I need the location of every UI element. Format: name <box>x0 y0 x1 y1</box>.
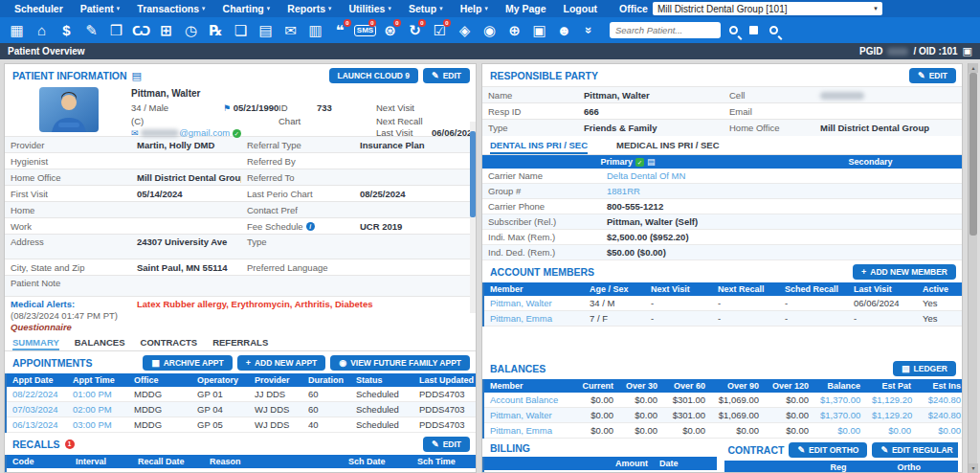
add-new-appt-button[interactable]: +ADD NEW APPT <box>237 355 326 371</box>
patient-dob: ⚑ 05/21/1990 <box>223 102 278 113</box>
appointment-row[interactable]: 07/03/202402:00 PMMDDGGP 04WJ DDS60Sched… <box>6 402 477 417</box>
scrollbar-thumb[interactable] <box>969 73 977 236</box>
scroll-down-arrow[interactable]: ▾ <box>969 463 978 473</box>
print-icon[interactable]: ▣ <box>963 45 972 57</box>
notes-icon[interactable]: ❏ <box>229 19 253 41</box>
patient-photo[interactable] <box>39 87 99 132</box>
collapse-toolbar-icon[interactable]: » <box>577 19 601 41</box>
panel-scrollbar[interactable] <box>470 122 476 313</box>
menu-item-patient[interactable]: Patient▾ <box>72 3 129 14</box>
mail-icon[interactable]: ✉ <box>278 19 302 41</box>
billing-title: BILLING <box>490 442 530 454</box>
table-row: WorkFee ScheduleiUCR 2019 <box>5 218 477 235</box>
search-patient-input[interactable] <box>610 22 721 38</box>
archive-appt-button[interactable]: ▦ARCHIVE APPT <box>143 355 233 371</box>
search-option-checkbox[interactable] <box>749 26 758 34</box>
pencil-icon: ✎ <box>797 445 805 455</box>
tab-referrals[interactable]: REFERRALS <box>212 337 268 350</box>
search-patient-button[interactable] <box>722 19 746 41</box>
patient-activity-icon[interactable]: ◷ <box>179 19 203 41</box>
prescriptions-icon[interactable]: ℞ <box>204 19 228 41</box>
chevron-down-icon: ▾ <box>484 5 488 12</box>
tab-dental-ins[interactable]: DENTAL INS PRI / SEC <box>490 140 588 154</box>
appointment-row[interactable]: 06/13/202403:00 PMMDDGGP 05WJ DDS40Sched… <box>6 417 477 433</box>
recalls-table: CodeIntervalRecall DateReasonSch DateSch… <box>5 455 477 473</box>
payment-shield-icon[interactable]: ◉ <box>478 19 501 41</box>
perio-chart-icon[interactable]: Ѡ <box>129 19 153 41</box>
ledger-button[interactable]: ▤LEDGER <box>893 361 956 376</box>
add-new-member-button[interactable]: +ADD NEW MEMBER <box>853 264 956 280</box>
edit-responsible-party-button[interactable]: ✎EDIT <box>909 68 956 83</box>
messages-icon[interactable]: ❝0 <box>328 19 352 41</box>
payments-icon[interactable]: $ <box>55 19 78 41</box>
web-claims-icon[interactable]: ⊕ <box>502 19 526 41</box>
table-header-row: Primary✓▤ Secondary <box>482 155 963 169</box>
plus-icon: + <box>861 267 866 277</box>
edit-regular-button[interactable]: ✎EDIT REGULAR <box>872 442 958 458</box>
menu-item-charting[interactable]: Charting▾ <box>214 3 279 14</box>
advanced-patient-search-button[interactable] <box>762 19 786 41</box>
table-row: TypeFriends & FamilyHome OfficeMill Dist… <box>482 120 963 136</box>
table-header-row: CodeIntervalRecall DateReasonSch DateSch… <box>6 455 477 468</box>
menu-item-transactions[interactable]: Transactions▾ <box>128 3 213 14</box>
edit-recalls-button[interactable]: ✎EDIT <box>423 437 470 452</box>
vertical-scrollbar[interactable]: ▴ ▾ <box>968 63 977 473</box>
balance-row[interactable]: Pittman, Walter$0.00$0.00$301.00$1,069.0… <box>483 407 963 422</box>
treatment-plan-icon[interactable]: ✎ <box>79 19 103 41</box>
main-content: PATIENT INFORMATION ▤ LAUNCH CLOUD 9 ✎ED… <box>0 59 980 473</box>
tab-contracts[interactable]: CONTRACTS <box>141 337 198 350</box>
office-select[interactable]: Mill District Dental Group [101] ▾ <box>653 2 882 15</box>
table-header-row: Appt DateAppt TimeOfficeOperatoryProvide… <box>6 373 477 387</box>
patient-phone: (C) <box>131 116 144 126</box>
tab-balances[interactable]: BALANCES <box>75 337 125 350</box>
patient-details-table: ProviderMartin, Holly DMDReferral TypeIn… <box>5 136 477 334</box>
schedule-icon[interactable]: ▦ <box>5 19 29 41</box>
redacted-email-user <box>141 129 179 137</box>
tab-summary[interactable]: SUMMARY <box>12 337 59 350</box>
family-icon[interactable]: ☻ <box>552 19 576 41</box>
menu-item-utilities[interactable]: Utilities▾ <box>341 3 400 14</box>
tx-history-icon[interactable]: ⊞ <box>154 19 178 41</box>
menu-item-reports[interactable]: Reports▾ <box>278 3 340 14</box>
eligibility-icon[interactable]: ☑0 <box>428 19 452 41</box>
menu-item-logout[interactable]: Logout <box>555 3 607 14</box>
appointment-row[interactable]: 08/22/202401:00 PMMDDGGP 01JJ DDS60Sched… <box>6 387 477 402</box>
info-icon[interactable]: i <box>306 222 315 231</box>
scroll-up-arrow[interactable]: ▴ <box>969 63 978 73</box>
tab-medical-ins[interactable]: MEDICAL INS PRI / SEC <box>616 140 720 154</box>
home-icon[interactable]: ⌂ <box>30 19 54 41</box>
menu-item-scheduler[interactable]: Scheduler <box>6 3 72 14</box>
claims-shield-icon[interactable]: ◈ <box>453 19 477 41</box>
menu-item-my-page[interactable]: My Page <box>497 3 555 14</box>
scrollbar-thumb[interactable] <box>470 131 476 217</box>
member-row[interactable]: Pittman, Walter34 / M---06/06/2024Yes <box>483 296 963 311</box>
patient-email[interactable]: ✉ @gmail.com ✓ <box>131 127 241 138</box>
billing-section: BILLING AmountDate Last Pat Pay$188.0005… <box>482 439 717 473</box>
view-future-family-appt-button[interactable]: ◉VIEW FUTURE FAMILY APPT <box>330 355 470 371</box>
web-forms-icon[interactable]: ⊛0 <box>378 19 402 41</box>
menu-item-setup[interactable]: Setup▾ <box>400 3 452 14</box>
chart-icon[interactable]: ❒ <box>104 19 128 41</box>
note-icon[interactable]: ▤ <box>132 70 142 82</box>
sms-icon[interactable]: SMS0 <box>353 19 377 41</box>
menu-item-help[interactable]: Help▾ <box>452 3 497 14</box>
questionnaire-link[interactable]: Questionnaire <box>11 322 125 332</box>
edit-ortho-button[interactable]: ✎EDIT ORTHO <box>789 442 867 458</box>
insurance-card-icon[interactable]: ▤ <box>647 157 656 167</box>
statements-icon[interactable]: ▥ <box>303 19 327 41</box>
printer-icon[interactable]: ▣ <box>527 19 551 41</box>
chevron-down-icon: ▾ <box>439 5 443 12</box>
launch-cloud9-button[interactable]: LAUNCH CLOUD 9 <box>329 68 419 83</box>
recall-row[interactable]: D11106 M + 1D05/15/2024Prophylaxis - Adu… <box>6 468 477 473</box>
edit-patient-button[interactable]: ✎EDIT <box>423 68 470 83</box>
pgid-value-redacted <box>887 48 908 56</box>
patient-sync-icon[interactable]: ↻0 <box>403 19 427 41</box>
balance-row[interactable]: Pittman, Emma$0.00$0.00$0.00$0.00$0.00$0… <box>483 422 963 438</box>
patient-id-label: ID <box>278 102 288 113</box>
print-chart-icon[interactable]: ▤ <box>254 19 278 41</box>
contract-table: RegOrtho Rem. Amount-- Rem. Payments-- <box>724 461 959 473</box>
medical-alerts-label[interactable]: Medical Alerts: <box>11 299 125 309</box>
member-row[interactable]: Pittman, Emma7 / F----Yes <box>483 310 963 326</box>
balance-row[interactable]: Account Balance$0.00$0.00$301.00$1,069.0… <box>483 393 963 408</box>
table-row: Group #1881RR <box>482 183 963 198</box>
